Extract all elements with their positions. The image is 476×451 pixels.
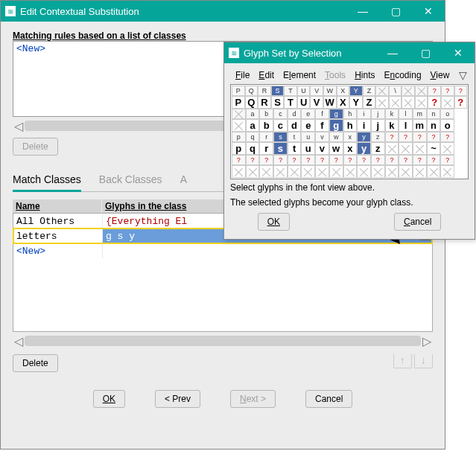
- tab-ahead-classes[interactable]: A: [180, 169, 187, 191]
- glyph-cell[interactable]: [329, 165, 343, 178]
- glyph-cell[interactable]: o: [440, 119, 454, 132]
- glyph-cell[interactable]: k: [385, 119, 399, 132]
- glyph-cell[interactable]: S: [271, 96, 285, 109]
- glyph-cell[interactable]: [413, 165, 427, 178]
- delete-rule-button[interactable]: Delete: [13, 138, 58, 156]
- grid-hscroll[interactable]: ◁ ▷: [13, 335, 433, 347]
- glyph-cell[interactable]: v: [315, 142, 329, 155]
- tab-match-classes[interactable]: Match Classes: [13, 169, 81, 192]
- glyph-cell[interactable]: s: [273, 142, 288, 155]
- glyph-cell[interactable]: ?: [454, 96, 468, 109]
- glyph-cell[interactable]: h: [343, 119, 358, 132]
- glyph-cell[interactable]: d: [288, 119, 302, 132]
- glyph-cell[interactable]: [357, 165, 371, 178]
- glyph-cell[interactable]: b: [259, 119, 273, 132]
- glyph-cell[interactable]: [385, 165, 399, 178]
- close-button[interactable]: ✕: [412, 1, 445, 22]
- close-button[interactable]: ✕: [442, 42, 475, 63]
- menu-edit[interactable]: Edit: [255, 69, 278, 81]
- glyph-cell[interactable]: y: [357, 142, 371, 155]
- minimize-button[interactable]: —: [376, 42, 409, 63]
- glyph-cell[interactable]: [389, 96, 402, 109]
- scroll-track[interactable]: [25, 336, 421, 346]
- ok-button[interactable]: OK: [93, 390, 125, 408]
- glyph-cell[interactable]: [440, 142, 454, 155]
- glyph-grid[interactable]: PQRSTUVWXYZ\???PQRSTUVWXYZ??abcdefghijkl…: [230, 84, 469, 179]
- delete-class-button[interactable]: Delete: [13, 354, 58, 372]
- menu-tools[interactable]: Tools: [321, 69, 349, 81]
- maximize-button[interactable]: ▢: [379, 1, 412, 22]
- glyph-cell[interactable]: Z: [363, 96, 376, 109]
- move-down-button[interactable]: ↓: [414, 354, 433, 368]
- glyph-cell[interactable]: t: [288, 142, 302, 155]
- glyph-cell[interactable]: n: [427, 119, 441, 132]
- glyph-cell[interactable]: l: [399, 119, 413, 132]
- glyph-cell[interactable]: ~: [427, 142, 441, 155]
- glyph-cell[interactable]: e: [301, 119, 315, 132]
- glyph-cell[interactable]: [232, 119, 246, 132]
- glyph-cell[interactable]: [375, 96, 389, 109]
- popup-ok-button[interactable]: OK: [258, 213, 290, 231]
- glyph-cell[interactable]: [385, 142, 399, 155]
- glyph-cell[interactable]: m: [413, 119, 427, 132]
- glyph-cell[interactable]: w: [329, 142, 343, 155]
- glyph-cell[interactable]: [259, 165, 273, 178]
- glyph-cell[interactable]: V: [310, 96, 323, 109]
- menu-view[interactable]: View: [427, 69, 454, 81]
- glyph-cell[interactable]: [402, 96, 415, 109]
- glyph-cell[interactable]: [273, 165, 288, 178]
- table-row-new[interactable]: <New>: [13, 243, 432, 258]
- menu-hints[interactable]: Hints: [351, 69, 378, 81]
- glyph-cell[interactable]: a: [246, 119, 260, 132]
- glyph-cell[interactable]: W: [323, 96, 337, 109]
- glyph-cell[interactable]: [440, 165, 454, 178]
- glyph-cell[interactable]: i: [357, 119, 371, 132]
- glyph-cell[interactable]: r: [259, 142, 273, 155]
- menu-element[interactable]: Element: [279, 69, 320, 81]
- glyph-cell[interactable]: [441, 96, 454, 109]
- glyph-cell[interactable]: [371, 165, 385, 178]
- glyph-cell[interactable]: x: [343, 142, 358, 155]
- glyph-cell[interactable]: j: [371, 119, 385, 132]
- cancel-button[interactable]: Cancel: [305, 390, 352, 408]
- move-up-button[interactable]: ↑: [393, 354, 412, 368]
- popup-cancel-button[interactable]: Cancel: [394, 213, 441, 231]
- glyph-cell[interactable]: z: [371, 142, 385, 155]
- glyph-cell[interactable]: [288, 165, 302, 178]
- glyph-cell[interactable]: Y: [349, 96, 363, 109]
- scroll-left-icon[interactable]: ◁: [13, 335, 25, 347]
- prev-button[interactable]: < Prev: [155, 390, 200, 408]
- glyph-cell[interactable]: [415, 96, 428, 109]
- minimize-button[interactable]: —: [346, 1, 379, 22]
- col-name[interactable]: Name: [13, 199, 102, 213]
- glyph-cell[interactable]: [246, 165, 260, 178]
- glyph-cell[interactable]: T: [284, 96, 297, 109]
- main-titlebar[interactable]: ≋ Edit Contextual Substitution — ▢ ✕: [1, 1, 445, 22]
- glyph-cell[interactable]: P: [232, 96, 245, 109]
- glyph-cell[interactable]: [399, 142, 413, 155]
- glyph-cell[interactable]: [315, 165, 329, 178]
- glyph-cell[interactable]: [413, 142, 427, 155]
- scroll-left-icon[interactable]: ◁: [13, 120, 25, 132]
- glyph-cell[interactable]: X: [337, 96, 350, 109]
- glyph-cell[interactable]: f: [315, 119, 329, 132]
- glyph-cell[interactable]: ?: [428, 96, 441, 109]
- menu-file[interactable]: File: [232, 69, 253, 81]
- menu-encoding[interactable]: Encoding: [380, 69, 425, 81]
- glyph-cell[interactable]: c: [273, 119, 288, 132]
- glyph-cell[interactable]: [399, 165, 413, 178]
- glyph-cell[interactable]: [232, 165, 246, 178]
- glyph-cell[interactable]: p: [232, 142, 246, 155]
- rules-new-item[interactable]: <New>: [16, 43, 45, 54]
- glyph-cell[interactable]: [343, 165, 358, 178]
- scroll-right-icon[interactable]: ▷: [421, 335, 433, 347]
- glyph-cell[interactable]: g: [329, 119, 343, 132]
- glyph-cell[interactable]: [427, 165, 441, 178]
- next-button[interactable]: Next >: [230, 390, 276, 408]
- menu-overflow-icon[interactable]: ▽: [459, 69, 467, 81]
- glyph-cell[interactable]: U: [297, 96, 311, 109]
- glyph-cell[interactable]: Q: [245, 96, 258, 109]
- tab-back-classes[interactable]: Back Classes: [99, 169, 162, 191]
- glyph-cell[interactable]: R: [258, 96, 271, 109]
- glyph-cell[interactable]: [301, 165, 315, 178]
